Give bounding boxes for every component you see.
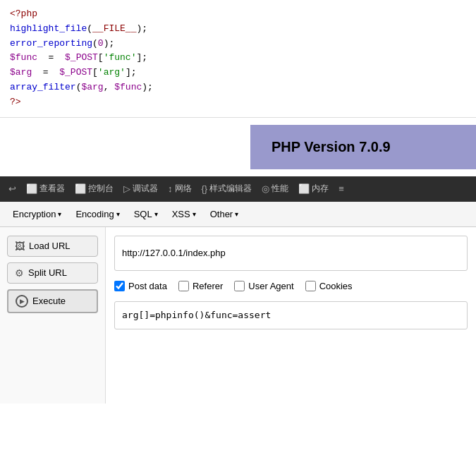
- code-line-6: array_filter($arg, $func);: [10, 80, 466, 95]
- encryption-chevron: ▾: [58, 210, 61, 218]
- performance-icon: ◎: [262, 183, 269, 194]
- code-line-7: ?>: [10, 95, 466, 110]
- code-line-3: error_reporting(0);: [10, 37, 466, 51]
- console-label: 控制台: [88, 183, 114, 195]
- sidebar: 🖼 Load URL ⚙ Split URL ▶ Execute: [0, 227, 106, 404]
- load-url-label: Load URL: [29, 241, 71, 251]
- network-label: 网络: [175, 183, 192, 195]
- devtools-performance[interactable]: ◎ 性能: [257, 180, 293, 198]
- memory-label: 内存: [312, 183, 329, 195]
- devtools-menu[interactable]: ≡: [334, 181, 348, 197]
- other-label: Other: [210, 209, 233, 219]
- split-url-button[interactable]: ⚙ Split URL: [7, 262, 98, 284]
- console-icon: ⬜: [75, 183, 86, 194]
- referer-checkbox[interactable]: [178, 281, 189, 291]
- menu-icon: ≡: [338, 183, 344, 194]
- post-data-input[interactable]: [114, 301, 468, 329]
- code-line-2: highlight_file(__FILE__);: [10, 22, 466, 37]
- code-section: <?php highlight_file(__FILE__); error_re…: [0, 0, 476, 118]
- debugger-label: 调试器: [133, 183, 158, 195]
- devtools-back[interactable]: ↩: [4, 181, 20, 197]
- cookies-label: Cookies: [319, 281, 353, 291]
- encryption-label: Encryption: [13, 209, 56, 219]
- encoding-label: Encoding: [75, 209, 114, 219]
- php-version-text: PHP Version 7.0.9: [271, 139, 391, 154]
- user-agent-checkbox[interactable]: [234, 281, 245, 291]
- other-chevron: ▾: [235, 210, 238, 218]
- load-url-button[interactable]: 🖼 Load URL: [7, 236, 98, 257]
- debugger-icon: ▷: [123, 183, 130, 194]
- style-editor-label: 样式编辑器: [209, 183, 252, 195]
- checkboxes-row: Post data Referer User Agent Cookies: [114, 278, 468, 294]
- execute-icon: ▶: [16, 295, 28, 308]
- sql-label: SQL: [134, 209, 152, 219]
- execute-label: Execute: [32, 296, 66, 306]
- execute-button[interactable]: ▶ Execute: [7, 289, 98, 313]
- user-agent-label: User Agent: [248, 281, 293, 291]
- devtools-network[interactable]: ↕ 网络: [164, 180, 196, 198]
- url-input[interactable]: [114, 236, 468, 271]
- back-icon: ↩: [8, 183, 16, 194]
- inspector-icon: ⬜: [26, 183, 37, 194]
- post-data-checkbox[interactable]: [114, 281, 125, 291]
- style-editor-icon: {}: [202, 183, 208, 194]
- post-data-checkbox-item[interactable]: Post data: [114, 281, 167, 291]
- referer-checkbox-item[interactable]: Referer: [178, 281, 223, 291]
- php-banner-wrapper: PHP Version 7.0.9: [0, 118, 476, 176]
- cookies-checkbox[interactable]: [305, 281, 316, 291]
- main-area: 🖼 Load URL ⚙ Split URL ▶ Execute Post da…: [0, 227, 476, 404]
- split-url-icon: ⚙: [15, 267, 24, 279]
- devtools-debugger[interactable]: ▷ 调试器: [119, 180, 162, 198]
- devtools-bar: ↩ ⬜ 查看器 ⬜ 控制台 ▷ 调试器 ↕ 网络 {} 样式编辑器 ◎ 性能 ⬜…: [0, 176, 476, 202]
- toolbar: Encryption ▾ Encoding ▾ SQL ▾ XSS ▾ Othe…: [0, 202, 476, 227]
- devtools-style-editor[interactable]: {} 样式编辑器: [197, 180, 257, 198]
- sql-chevron: ▾: [154, 210, 158, 218]
- network-icon: ↕: [168, 183, 173, 194]
- devtools-memory[interactable]: ⬜ 内存: [294, 180, 333, 198]
- encoding-chevron: ▾: [116, 210, 120, 218]
- performance-label: 性能: [271, 183, 288, 195]
- content-area: Post data Referer User Agent Cookies: [106, 227, 476, 404]
- toolbar-other[interactable]: Other ▾: [205, 206, 245, 222]
- referer-label: Referer: [193, 281, 223, 291]
- cookies-checkbox-item[interactable]: Cookies: [305, 281, 353, 291]
- code-line-5: $arg = $_POST['arg'];: [10, 66, 466, 80]
- load-url-icon: 🖼: [15, 241, 25, 252]
- code-line-4: $func = $_POST['func'];: [10, 51, 466, 66]
- user-agent-checkbox-item[interactable]: User Agent: [234, 281, 293, 291]
- php-version-banner: PHP Version 7.0.9: [250, 125, 476, 169]
- post-data-label: Post data: [128, 281, 167, 291]
- inspector-label: 查看器: [39, 183, 65, 195]
- xss-label: XSS: [172, 209, 190, 219]
- toolbar-sql[interactable]: SQL ▾: [128, 206, 164, 222]
- memory-icon: ⬜: [298, 183, 310, 194]
- split-url-label: Split URL: [28, 267, 67, 278]
- toolbar-encoding[interactable]: Encoding ▾: [70, 206, 125, 222]
- toolbar-encryption[interactable]: Encryption ▾: [7, 206, 67, 222]
- devtools-console[interactable]: ⬜ 控制台: [71, 180, 118, 198]
- devtools-inspector[interactable]: ⬜ 查看器: [22, 180, 69, 198]
- xss-chevron: ▾: [193, 210, 196, 218]
- code-line-1: <?php: [10, 7, 466, 22]
- toolbar-xss[interactable]: XSS ▾: [166, 206, 202, 222]
